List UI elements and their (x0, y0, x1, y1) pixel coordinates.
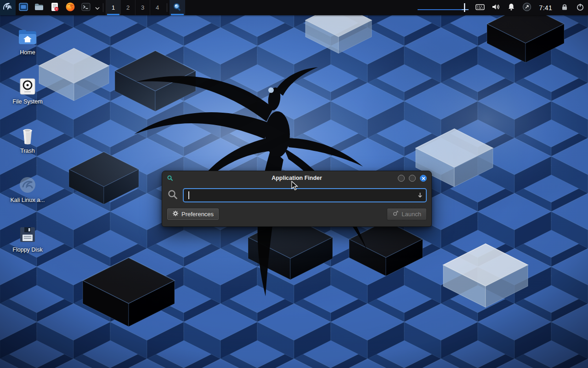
logout-button[interactable] (572, 2, 588, 13)
desktop-icon-file-system[interactable]: File System (5, 76, 51, 105)
gear-icon (172, 210, 179, 218)
keyboard-icon (475, 2, 485, 14)
search-input[interactable] (183, 188, 427, 202)
desktop-icon-floppy-disk[interactable]: Floppy Disk (5, 224, 51, 253)
terminal-icon (81, 2, 91, 14)
text-caret (188, 191, 189, 199)
chevron-down-icon (95, 4, 100, 12)
preferences-button[interactable]: Preferences (167, 208, 219, 220)
minimize-button[interactable] (398, 175, 405, 182)
launch-label: Launch (401, 211, 421, 218)
maximize-button[interactable] (409, 175, 416, 182)
desktop-icon-kali-volume[interactable]: Kali Linux a... (5, 174, 51, 203)
volume-control[interactable] (488, 2, 503, 14)
terminal-button[interactable] (78, 0, 94, 15)
window-title: Application Finder (162, 175, 431, 181)
firefox-icon (65, 2, 75, 14)
workspace-button-1[interactable]: 1 (106, 0, 120, 15)
home-folder-icon (5, 27, 51, 48)
floppy-disk-icon (5, 224, 51, 245)
workspace-label: 4 (156, 4, 159, 11)
top-panel: 1 2 3 4 (0, 0, 588, 15)
keyboard-indicator[interactable] (472, 2, 488, 14)
lock-screen-button[interactable] (557, 2, 572, 13)
file-manager-icon (34, 2, 44, 14)
kali-volume-icon (5, 174, 51, 196)
workspace-button-2[interactable]: 2 (120, 0, 135, 15)
network-graph-widget[interactable] (416, 0, 472, 15)
panel-separator (167, 3, 167, 12)
workspace-button-3[interactable]: 3 (135, 0, 150, 15)
status-tray-button[interactable] (519, 2, 535, 14)
finder-magnifier-icon (167, 175, 174, 182)
trash-icon (5, 125, 51, 146)
close-icon (422, 174, 425, 182)
firefox-button[interactable] (62, 0, 78, 15)
status-arrow-icon (522, 2, 532, 14)
volume-icon (491, 2, 501, 14)
desktop-icon-label: Trash (5, 148, 51, 154)
application-finder-taskbar-button[interactable] (170, 0, 185, 15)
workspace-label: 1 (112, 4, 115, 11)
desktop-icon-trash[interactable]: Trash (5, 125, 51, 154)
text-editor-button[interactable] (47, 0, 62, 15)
workspace-button-4[interactable]: 4 (150, 0, 164, 15)
application-finder-window: Application Finder (162, 171, 432, 227)
terminal-dropdown-button[interactable] (94, 0, 101, 15)
desktop-icon-label: Kali Linux a... (5, 197, 51, 203)
desktop-icon-label: Home (5, 49, 51, 56)
files-app-icon (18, 2, 28, 14)
desktop-icon-label: Floppy Disk (5, 247, 51, 253)
close-button[interactable] (420, 175, 427, 182)
desktop-icon-home[interactable]: Home (5, 27, 51, 56)
preferences-label: Preferences (181, 211, 214, 218)
power-icon (576, 2, 585, 13)
kali-menu-button[interactable] (0, 0, 16, 15)
text-editor-icon (50, 2, 60, 14)
notifications-bell-icon (506, 2, 516, 14)
panel-separator (103, 3, 103, 12)
files-app-button[interactable] (16, 0, 31, 15)
application-finder-icon (172, 2, 182, 14)
file-manager-button[interactable] (31, 0, 47, 15)
search-icon (167, 189, 179, 202)
file-system-drive-icon (5, 76, 51, 97)
desktop-icon-label: File System (5, 98, 51, 105)
window-titlebar[interactable]: Application Finder (162, 171, 431, 185)
clock[interactable]: 7:41 (535, 4, 557, 12)
notifications-button[interactable] (503, 2, 519, 14)
launch-button[interactable]: Launch (387, 208, 427, 220)
kali-menu-icon (2, 1, 13, 14)
dropdown-arrow-icon[interactable] (417, 192, 423, 199)
workspace-label: 3 (141, 4, 144, 11)
lock-icon (560, 2, 569, 13)
workspace-label: 2 (126, 4, 130, 11)
launch-icon (392, 210, 399, 218)
